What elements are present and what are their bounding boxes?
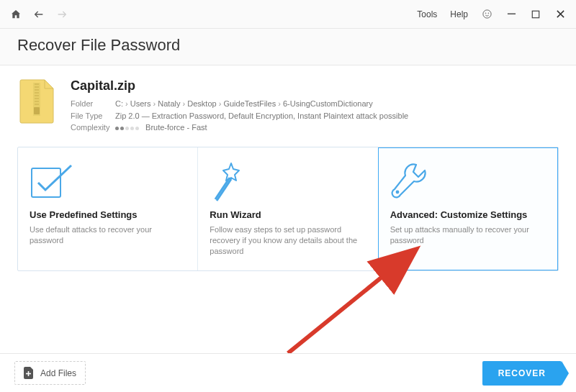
svg-rect-14: [34, 107, 40, 114]
folder-breadcrumb: C:UsersNatalyDesktopGuideTestFiles6-Usin…: [115, 98, 373, 110]
file-name: Capital.zip: [71, 78, 408, 94]
feedback-icon[interactable]: [481, 9, 492, 20]
maximize-icon[interactable]: [530, 9, 541, 20]
zip-file-icon: [17, 78, 58, 124]
complexity-text: Brute-force - Fast: [145, 123, 207, 132]
add-files-button[interactable]: Add Files: [14, 361, 86, 385]
page-title: Recover File Password: [0, 29, 576, 65]
svg-point-0: [482, 10, 490, 18]
svg-rect-15: [32, 168, 60, 197]
file-summary: Capital.zip Folder C:UsersNatalyDesktopG…: [17, 78, 559, 134]
folder-label: Folder: [71, 98, 115, 110]
add-file-icon: [24, 367, 35, 379]
card-advanced[interactable]: Advanced: Customize Settings Set up atta…: [378, 147, 558, 270]
card-wizard-desc: Follow easy steps to set up password rec…: [210, 224, 366, 257]
card-wizard-title: Run Wizard: [210, 209, 366, 220]
file-type-label: File Type: [71, 110, 115, 122]
home-icon[interactable]: [10, 9, 22, 20]
card-predefined[interactable]: Use Predefined Settings Use default atta…: [18, 147, 197, 270]
file-info: Capital.zip Folder C:UsersNatalyDesktopG…: [71, 78, 408, 134]
card-wizard[interactable]: Run Wizard Follow easy steps to set up p…: [197, 147, 377, 270]
card-advanced-desc: Set up attacks manually to recover your …: [390, 224, 546, 247]
toolbar: Tools Help: [0, 0, 576, 29]
file-type-value: Zip 2.0 — Extraction Password, Default E…: [115, 110, 408, 122]
close-icon[interactable]: [554, 9, 566, 20]
svg-point-1: [485, 13, 486, 14]
menu-help[interactable]: Help: [450, 9, 468, 19]
svg-rect-19: [26, 373, 31, 375]
wand-icon: [210, 158, 366, 205]
recover-button[interactable]: RECOVER: [482, 361, 562, 386]
option-cards: Use Predefined Settings Use default atta…: [17, 147, 559, 271]
wrench-icon: [390, 158, 546, 205]
svg-rect-4: [532, 11, 539, 17]
footer: Add Files RECOVER: [0, 353, 576, 392]
card-advanced-title: Advanced: Customize Settings: [390, 209, 546, 220]
card-predefined-desc: Use default attacks to recover your pass…: [30, 224, 186, 247]
back-icon[interactable]: [33, 9, 45, 20]
svg-point-16: [396, 191, 398, 193]
complexity-dots: [115, 127, 139, 130]
complexity-value: Brute-force - Fast: [115, 122, 207, 134]
checkmark-icon: [30, 158, 186, 205]
nav-group: [10, 9, 68, 20]
forward-icon: [56, 9, 68, 20]
svg-rect-3: [507, 14, 515, 14]
complexity-label: Complexity: [71, 122, 115, 134]
minimize-icon[interactable]: [505, 9, 517, 20]
add-files-label: Add Files: [40, 368, 76, 378]
menu-group: Tools Help: [417, 9, 566, 20]
menu-tools[interactable]: Tools: [417, 9, 437, 19]
card-predefined-title: Use Predefined Settings: [30, 209, 186, 220]
svg-point-2: [488, 13, 489, 14]
